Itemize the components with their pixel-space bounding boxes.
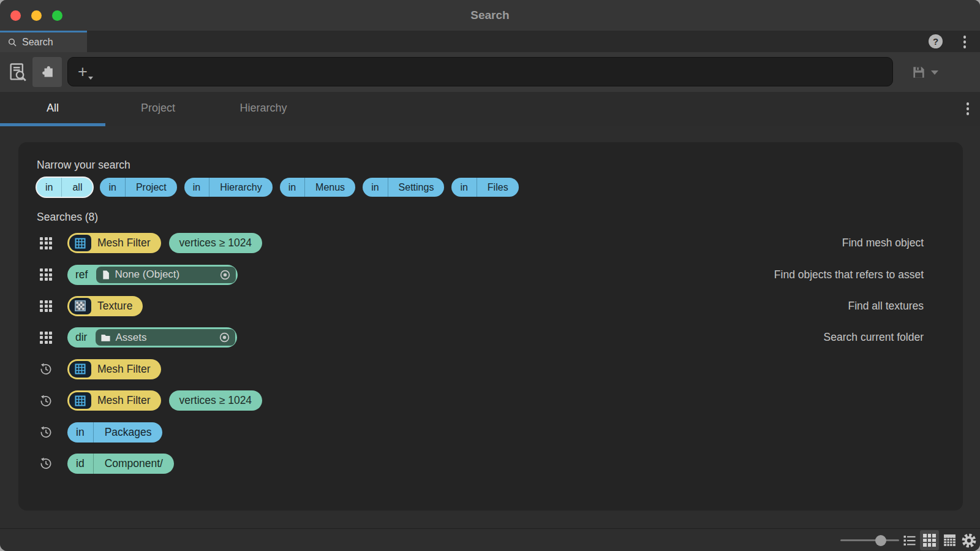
search-input[interactable]: +: [67, 57, 893, 86]
slider-track[interactable]: [840, 539, 899, 541]
component-pill[interactable]: Mesh Filter: [67, 359, 161, 379]
pill-key: dir: [75, 331, 87, 344]
texture-icon: [69, 298, 91, 314]
pill-key: in: [37, 178, 61, 197]
object-value: None (Object): [115, 268, 215, 281]
dir-pill[interactable]: dir Assets: [67, 327, 237, 348]
pill-key: in: [184, 178, 209, 197]
result-tabbar: All Project Hierarchy: [0, 92, 980, 126]
toolbar: + i: [0, 52, 980, 92]
pill-value: Packages: [93, 422, 163, 443]
add-filter-button[interactable]: +: [78, 64, 88, 80]
narrow-pill-hierarchy[interactable]: in Hierarchy: [184, 178, 273, 197]
statusbar: [0, 528, 980, 551]
tab-search-label: Search: [22, 37, 53, 48]
pill-key: in: [67, 422, 93, 443]
tab-search[interactable]: Search: [0, 31, 87, 52]
report-search-icon: [7, 62, 28, 83]
pill-key: id: [67, 454, 93, 474]
pill-label: vertices ≥ 1024: [179, 237, 252, 249]
plus-icon: +: [78, 63, 88, 81]
grid-icon: [39, 237, 53, 249]
window-menu-button[interactable]: [963, 36, 967, 48]
pill-key: in: [363, 178, 387, 197]
chevron-down-icon: [88, 77, 93, 80]
pill-label: Mesh Filter: [97, 237, 151, 249]
pill-label: Mesh Filter: [97, 363, 151, 376]
search-row-mesh-vertices[interactable]: Mesh Filter vertices ≥ 1024 Find mesh ob…: [18, 227, 963, 259]
saved-search-list: Mesh Filter vertices ≥ 1024 Find mesh ob…: [18, 227, 963, 479]
narrow-pill-all[interactable]: in all: [37, 178, 92, 197]
narrow-pill-project[interactable]: in Project: [100, 178, 176, 197]
pill-value: Files: [477, 178, 519, 197]
puzzle-icon: [39, 64, 56, 80]
tab-options-button[interactable]: [967, 102, 970, 115]
table-view-button[interactable]: [940, 530, 959, 550]
history-icon: [39, 394, 53, 408]
list-view-button[interactable]: [900, 530, 919, 550]
pill-label: Mesh Filter: [97, 394, 151, 407]
home-panel: Narrow your search in all in Project in …: [18, 142, 963, 511]
mesh-filter-icon: [69, 392, 91, 409]
gear-icon: [961, 533, 977, 549]
pill-label: vertices ≥ 1024: [179, 394, 252, 407]
id-pill[interactable]: id Component/: [67, 454, 174, 474]
search-row-ref[interactable]: ref None (Object): [18, 259, 963, 290]
ref-pill[interactable]: ref None (Object): [67, 265, 238, 285]
history-icon: [39, 457, 53, 470]
content-area: Narrow your search in all in Project in …: [0, 126, 980, 528]
narrow-pill-files[interactable]: in Files: [451, 178, 518, 197]
folder-field[interactable]: Assets: [96, 329, 235, 346]
narrow-search-heading: Narrow your search: [37, 158, 963, 172]
doc-tabstrip: Search ?: [0, 31, 980, 52]
settings-button[interactable]: [959, 530, 978, 550]
history-icon: [39, 425, 53, 439]
pill-value: Project: [125, 178, 177, 197]
narrow-pill-settings[interactable]: in Settings: [363, 178, 444, 197]
narrow-pill-menus[interactable]: in Menus: [280, 178, 355, 197]
filter-pill[interactable]: vertices ≥ 1024: [169, 390, 263, 411]
pill-key: in: [280, 178, 304, 197]
folder-value: Assets: [115, 332, 214, 344]
object-field[interactable]: None (Object): [96, 267, 236, 283]
recent-search-row[interactable]: Mesh Filter: [18, 354, 963, 385]
search-icon: [7, 37, 18, 48]
filter-pill[interactable]: vertices ≥ 1024: [169, 233, 263, 253]
save-search-button[interactable]: [911, 64, 927, 80]
component-pill[interactable]: Mesh Filter: [67, 390, 161, 411]
table-view-icon: [942, 533, 957, 548]
tab-hierarchy[interactable]: Hierarchy: [211, 92, 316, 126]
component-pill[interactable]: Texture: [67, 296, 143, 316]
tab-project[interactable]: Project: [105, 92, 211, 126]
history-icon: [39, 362, 53, 376]
inspector-toggle-button[interactable]: [32, 57, 62, 87]
pill-value: Menus: [304, 178, 355, 197]
object-picker-icon[interactable]: [219, 332, 230, 343]
tab-all[interactable]: All: [0, 92, 105, 126]
help-button[interactable]: ?: [929, 34, 943, 48]
search-row-texture[interactable]: Texture Find all textures: [18, 291, 963, 322]
window-title: Search: [0, 0, 980, 31]
slider-thumb[interactable]: [875, 535, 886, 546]
recent-search-row[interactable]: in Packages: [18, 416, 963, 447]
area-pill[interactable]: in Packages: [67, 422, 162, 443]
mesh-filter-icon: [69, 361, 91, 378]
recent-search-row[interactable]: id Component/: [18, 448, 963, 479]
searches-heading: Searches (8): [37, 210, 963, 224]
pill-key: in: [100, 178, 124, 197]
titlebar: Search: [0, 0, 980, 31]
recent-search-row[interactable]: Mesh Filter vertices ≥ 1024: [18, 385, 963, 416]
grid-icon: [39, 300, 53, 313]
component-pill[interactable]: Mesh Filter: [67, 233, 161, 253]
item-size-slider[interactable]: [840, 529, 899, 551]
saved-search-report-button[interactable]: [5, 57, 31, 87]
object-picker-icon[interactable]: [219, 269, 231, 281]
narrow-pill-row: in all in Project in Hierarchy in Menus …: [37, 178, 963, 197]
search-row-dir[interactable]: dir Assets: [18, 322, 963, 353]
pill-key: in: [451, 178, 476, 197]
save-dropdown-button[interactable]: [931, 70, 938, 75]
search-description: Find mesh object: [842, 237, 924, 249]
pill-value: Component/: [93, 454, 174, 474]
search-description: Find objects that refers to asset: [774, 268, 924, 281]
grid-view-button[interactable]: [920, 530, 939, 550]
